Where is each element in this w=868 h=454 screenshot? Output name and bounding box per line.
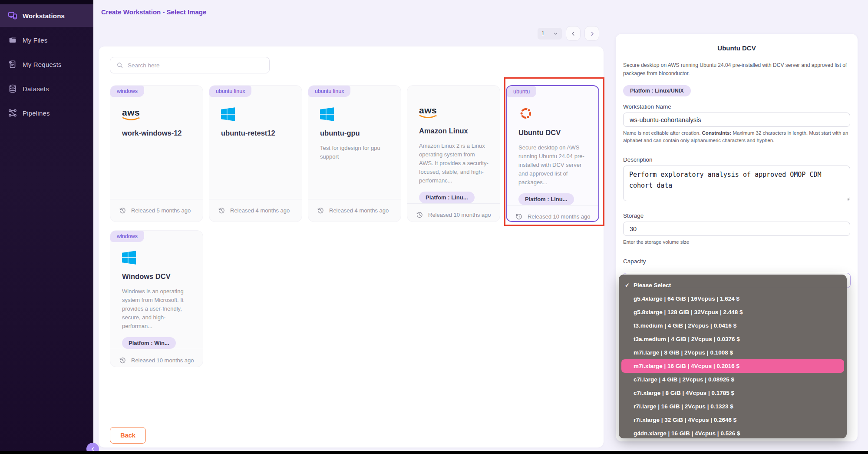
- platform-badge: Platfom : Linu...: [419, 192, 475, 203]
- name-help-text: Name is not editable after creation. Con…: [623, 129, 850, 144]
- sidebar-top-strip: [0, 0, 93, 4]
- chevron-right-icon: [589, 30, 595, 37]
- capacity-option[interactable]: r7i.large | 16 GiB | 2Vcpus | 0.1323 $: [621, 400, 844, 413]
- aws-logo-icon: aws: [419, 106, 490, 119]
- capacity-option[interactable]: g4dn.xlarge | 16 GiB | 4Vcpus | 0.526 $: [621, 427, 844, 438]
- history-clock-icon: [218, 207, 225, 214]
- os-badge: windows: [110, 86, 144, 97]
- capacity-label: Capacity: [623, 258, 850, 265]
- search-input[interactable]: [128, 62, 263, 69]
- os-badge: windows: [110, 231, 144, 242]
- sidebar: Workstations My Files My Requests: [0, 0, 93, 451]
- platform-badge: Platfom : Linux/UNIX: [623, 85, 691, 96]
- image-description: Secure desktop on AWS running Ubuntu 24.…: [518, 143, 589, 187]
- os-badge: ubuntu linux: [308, 86, 350, 97]
- storage-help-text: Enter the storage volume size: [623, 239, 850, 246]
- released-label: Released 4 months ago: [329, 207, 389, 214]
- aws-logo-icon: aws: [122, 106, 193, 121]
- sidebar-item-label: Pipelines: [23, 109, 50, 117]
- image-title: Amazon Linux: [419, 127, 490, 135]
- card-footer: Released 10 months ago: [407, 203, 500, 226]
- sidebar-item-label: Workstations: [23, 12, 65, 20]
- capacity-option-highlighted[interactable]: m7i.xlarge | 16 GiB | 4Vcpus | 0.2016 $: [621, 359, 844, 373]
- card-footer: Released 4 months ago: [209, 199, 302, 222]
- description-textarea[interactable]: Perform exploratory analysis of approved…: [623, 166, 850, 201]
- details-title: Ubuntu DCV: [623, 44, 850, 52]
- released-label: Released 4 months ago: [230, 207, 290, 214]
- chevron-down-icon: [553, 31, 558, 36]
- workstation-name-label: Workstation Name: [623, 103, 850, 110]
- check-icon: ✓: [625, 278, 630, 292]
- workstations-icon: [8, 11, 17, 20]
- image-title: ubuntu-gpu: [320, 129, 391, 137]
- released-label: Released 10 months ago: [528, 213, 591, 220]
- sidebar-item-workstations[interactable]: Workstations: [0, 4, 93, 27]
- sidebar-item-label: My Files: [23, 36, 47, 44]
- history-clock-icon: [119, 207, 126, 214]
- windows-logo-icon: [221, 106, 292, 121]
- image-title: Windows DCV: [122, 272, 193, 281]
- image-card-ubuntu-dcv[interactable]: ubuntu Ubuntu DCV Secure desktop on AWS …: [506, 85, 599, 222]
- page-number: 1: [541, 30, 545, 36]
- bottom-screen-edge: [0, 451, 868, 454]
- sidebar-item-datasets[interactable]: Datasets: [0, 77, 93, 100]
- next-page-button[interactable]: [584, 26, 599, 41]
- capacity-option[interactable]: m7i.large | 8 GiB | 2Vcpus | 0.1008 $: [621, 346, 844, 359]
- released-label: Released 10 months ago: [428, 212, 491, 218]
- history-clock-icon: [416, 211, 423, 219]
- sidebar-item-pipelines[interactable]: Pipelines: [0, 102, 93, 124]
- image-list-panel: windows aws work-windows-12 Released 5 m…: [99, 46, 604, 447]
- capacity-option[interactable]: c7i.large | 4 GiB | 2Vcpus | 0.08925 $: [621, 373, 844, 386]
- os-badge: ubuntu: [507, 86, 536, 97]
- chevron-left-icon: [570, 30, 577, 37]
- sidebar-item-label: My Requests: [23, 61, 62, 68]
- platform-badge: Platfom : Linu...: [518, 193, 574, 205]
- requests-icon: [8, 60, 17, 69]
- details-description: Secure desktop on AWS running Ubuntu 24.…: [623, 61, 850, 78]
- image-cards-grid: windows aws work-windows-12 Released 5 m…: [110, 85, 599, 367]
- windows-logo-icon: [320, 106, 391, 121]
- page-number-select[interactable]: 1: [538, 28, 562, 40]
- storage-input[interactable]: [623, 222, 850, 236]
- capacity-option[interactable]: ✓ Please Select: [621, 278, 844, 292]
- image-title: Ubuntu DCV: [518, 129, 589, 137]
- released-label: Released 10 months ago: [131, 357, 194, 364]
- image-description: Amazon Linux 2 is a Linux operating syst…: [419, 142, 490, 185]
- card-footer: Released 5 months ago: [110, 199, 203, 222]
- files-icon: [8, 35, 17, 45]
- capacity-dropdown-menu: ✓ Please Select g5.4xlarge | 64 GiB | 16…: [619, 275, 847, 438]
- capacity-option[interactable]: c7i.xlarge | 8 GiB | 4Vcpus | 0.1785 $: [621, 386, 844, 400]
- windows-logo-icon: [122, 251, 193, 265]
- image-card-work-windows-12[interactable]: windows aws work-windows-12 Released 5 m…: [110, 85, 203, 222]
- capacity-option[interactable]: g5.4xlarge | 64 GiB | 16Vcpus | 1.624 $: [621, 292, 844, 305]
- card-footer: Released 10 months ago: [507, 205, 598, 228]
- capacity-option[interactable]: t3a.medium | 4 GiB | 2Vcpus | 0.0376 $: [621, 332, 844, 346]
- image-card-ubuntu-gpu[interactable]: ubuntu linux ubuntu-gpu Test for igdesig…: [308, 85, 401, 222]
- card-footer: Released 4 months ago: [308, 199, 401, 222]
- sidebar-item-my-files[interactable]: My Files: [0, 29, 93, 51]
- capacity-option[interactable]: r7i.xlarge | 32 GiB | 4Vcpus | 0.2646 $: [621, 413, 844, 427]
- image-card-ubuntu-retest12[interactable]: ubuntu linux ubuntu-retest12 Released 4 …: [209, 85, 302, 222]
- back-button[interactable]: Back: [110, 427, 146, 444]
- image-description: Windows is an operating system from Micr…: [122, 287, 193, 331]
- released-label: Released 5 months ago: [131, 207, 191, 214]
- capacity-option[interactable]: t3.medium | 4 GiB | 2Vcpus | 0.0416 $: [621, 319, 844, 332]
- platform-badge: Platfom : Win...: [122, 337, 176, 349]
- history-clock-icon: [119, 357, 126, 364]
- prev-page-button[interactable]: [566, 26, 581, 41]
- sidebar-item-my-requests[interactable]: My Requests: [0, 53, 93, 76]
- pagination: 1: [538, 26, 599, 41]
- workstation-name-input[interactable]: [623, 113, 850, 127]
- description-label: Description: [623, 156, 850, 163]
- capacity-option[interactable]: g5.8xlarge | 128 GiB | 32Vcpus | 2.448 $: [621, 305, 844, 319]
- ubuntu-logo-icon: [518, 106, 589, 121]
- datasets-icon: [8, 84, 17, 93]
- image-card-windows-dcv[interactable]: windows Windows DCV Windows is an operat…: [110, 230, 203, 367]
- history-clock-icon: [515, 213, 523, 220]
- search-icon: [116, 62, 123, 69]
- page-title: Create Workstation - Select Image: [101, 8, 206, 16]
- image-card-amazon-linux[interactable]: aws Amazon Linux Amazon Linux 2 is a Lin…: [407, 85, 500, 222]
- image-title: work-windows-12: [122, 129, 193, 137]
- sidebar-item-label: Datasets: [23, 85, 49, 93]
- image-description: Test for igdesign for gpu support: [320, 144, 391, 161]
